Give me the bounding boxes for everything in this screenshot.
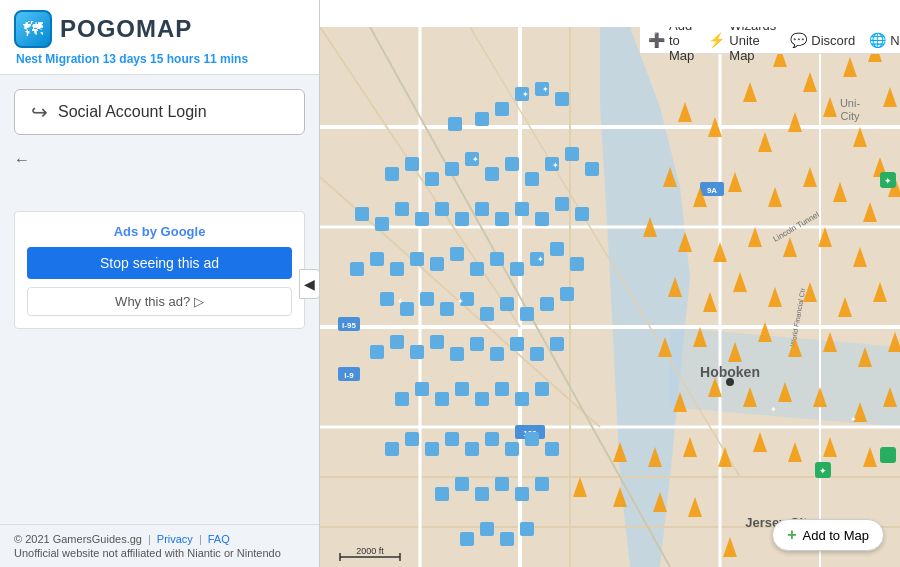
svg-text:2000 ft: 2000 ft: [356, 546, 384, 556]
svg-rect-146: [440, 302, 454, 316]
svg-rect-179: [495, 477, 509, 491]
svg-rect-133: [450, 247, 464, 261]
stop-seeing-ad-button[interactable]: Stop seeing this ad: [27, 247, 292, 279]
google-text: Google: [161, 224, 206, 239]
svg-rect-175: [405, 432, 419, 446]
svg-rect-163: [475, 392, 489, 406]
plus-circle-icon: ➕: [648, 32, 665, 48]
svg-rect-140: [540, 297, 554, 311]
svg-rect-185: [480, 522, 494, 536]
login-button[interactable]: ↪ Social Account Login: [14, 89, 305, 135]
svg-rect-141: [560, 287, 574, 301]
back-arrow[interactable]: ←: [14, 151, 305, 169]
svg-rect-168: [525, 432, 539, 446]
add-to-map-bottom-label: Add to Map: [803, 528, 870, 543]
svg-rect-124: [395, 202, 409, 216]
discord-label: Discord: [811, 33, 855, 48]
svg-rect-186: [460, 532, 474, 546]
logo-area: 🗺 POGOMAP: [14, 10, 305, 48]
svg-rect-157: [410, 345, 424, 359]
svg-text:City: City: [841, 110, 860, 122]
svg-rect-115: [515, 202, 529, 216]
svg-text:Uni-: Uni-: [840, 97, 861, 109]
news-nav[interactable]: 🌐 News: [869, 32, 900, 48]
map-svg: I-95 I-9 9A 139 Hoboken Jersey City Uni-…: [320, 27, 900, 567]
svg-rect-112: [385, 167, 399, 181]
ads-by-google-label: Ads by Google: [114, 224, 206, 239]
add-to-map-nav[interactable]: ➕ Add to Map: [648, 27, 694, 63]
news-icon: 🌐: [869, 32, 886, 48]
svg-rect-126: [355, 207, 369, 221]
faq-link[interactable]: FAQ: [208, 533, 230, 545]
main-layout: 🗺 POGOMAP Nest Migration 13 days 15 hour…: [0, 0, 900, 567]
svg-rect-129: [570, 257, 584, 271]
svg-rect-183: [520, 522, 534, 536]
app-title: POGOMAP: [60, 15, 192, 43]
svg-text:I-95: I-95: [342, 321, 356, 330]
svg-rect-99: [475, 112, 489, 126]
svg-text:✦: ✦: [537, 255, 544, 264]
svg-rect-150: [550, 337, 564, 351]
svg-text:✦: ✦: [522, 90, 529, 99]
svg-rect-131: [490, 252, 504, 266]
privacy-link[interactable]: Privacy: [157, 533, 193, 545]
svg-rect-135: [410, 252, 424, 266]
copyright-text: © 2021 GamersGuides.gg: [14, 533, 142, 545]
svg-rect-177: [535, 477, 549, 491]
svg-rect-191: [880, 447, 896, 463]
svg-rect-167: [395, 392, 409, 406]
map-area[interactable]: ➕ Add to Map ⚡ Wizards Unite Map 💬 Disco…: [320, 27, 900, 567]
svg-rect-149: [380, 292, 394, 306]
svg-rect-151: [530, 347, 544, 361]
svg-rect-171: [485, 432, 499, 446]
svg-rect-180: [475, 487, 489, 501]
svg-rect-111: [405, 157, 419, 171]
svg-rect-107: [485, 167, 499, 181]
svg-rect-176: [385, 442, 399, 456]
svg-rect-164: [455, 382, 469, 396]
collapse-sidebar-button[interactable]: ◀: [299, 269, 320, 299]
svg-rect-166: [415, 382, 429, 396]
top-navigation: ➕ Add to Map ⚡ Wizards Unite Map 💬 Disco…: [640, 27, 900, 54]
svg-rect-119: [495, 212, 509, 226]
svg-rect-142: [520, 307, 534, 321]
footer-links: © 2021 GamersGuides.gg | Privacy | FAQ: [14, 533, 305, 545]
svg-rect-134: [430, 257, 444, 271]
svg-rect-123: [415, 212, 429, 226]
svg-rect-105: [525, 172, 539, 186]
svg-rect-170: [505, 442, 519, 456]
svg-rect-154: [470, 337, 484, 351]
svg-rect-132: [470, 262, 484, 276]
svg-rect-153: [490, 347, 504, 361]
svg-text:✦: ✦: [542, 85, 549, 94]
svg-rect-161: [515, 392, 529, 406]
svg-rect-147: [420, 292, 434, 306]
wizards-unite-nav[interactable]: ⚡ Wizards Unite Map: [708, 27, 776, 63]
svg-rect-169: [545, 442, 559, 456]
svg-rect-181: [455, 477, 469, 491]
svg-rect-137: [370, 252, 384, 266]
svg-text:✦: ✦: [819, 466, 827, 476]
svg-text:✦: ✦: [884, 176, 892, 186]
wizards-unite-label: Wizards Unite Map: [729, 27, 776, 63]
ad-container: Ads by Google Stop seeing this ad Why th…: [14, 211, 305, 329]
svg-rect-162: [495, 382, 509, 396]
svg-text:Hoboken: Hoboken: [700, 364, 760, 380]
svg-point-25: [726, 378, 734, 386]
svg-rect-173: [445, 432, 459, 446]
add-to-map-label: Add to Map: [669, 27, 694, 63]
svg-rect-178: [515, 487, 529, 501]
discord-nav[interactable]: 💬 Discord: [790, 32, 855, 48]
logo-icon: 🗺: [14, 10, 52, 48]
svg-text:✦: ✦: [472, 155, 479, 164]
svg-rect-110: [425, 172, 439, 186]
why-this-ad-button[interactable]: Why this ad? ▷: [27, 287, 292, 316]
login-label: Social Account Login: [58, 103, 207, 121]
svg-rect-118: [575, 207, 589, 221]
svg-rect-117: [555, 197, 569, 211]
svg-text:✦: ✦: [457, 297, 464, 306]
svg-rect-103: [565, 147, 579, 161]
svg-rect-125: [375, 217, 389, 231]
sep2: |: [199, 533, 202, 545]
add-to-map-bottom-button[interactable]: + Add to Map: [772, 519, 884, 551]
